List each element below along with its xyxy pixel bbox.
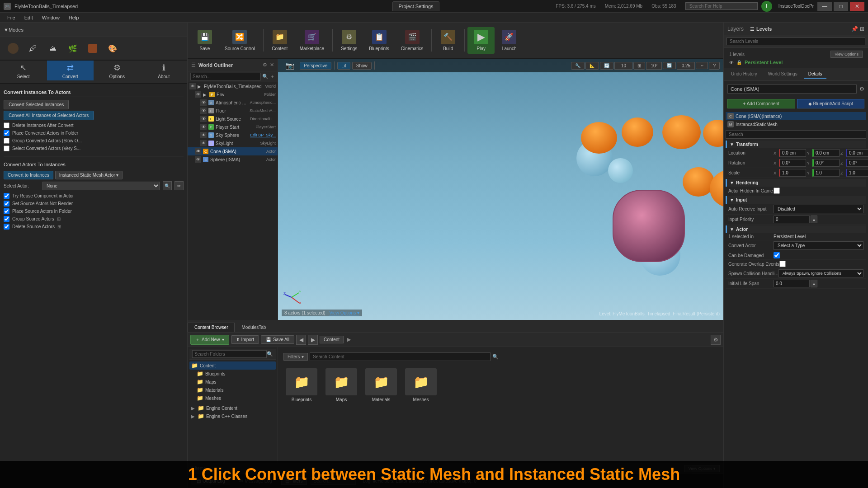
generate-overlap-checkbox[interactable] <box>779 261 786 267</box>
actor-header[interactable]: ▼ Actor <box>726 225 866 233</box>
outliner-search-input[interactable] <box>190 73 261 80</box>
reuse-component-checkbox[interactable] <box>4 193 9 199</box>
content-search-input[interactable] <box>310 352 491 361</box>
source-control-btn[interactable]: 🔀 Source Control <box>219 27 260 54</box>
cb-settings-btn[interactable]: ⚙ <box>711 335 721 345</box>
outliner-close-icon[interactable]: ✕ <box>270 62 274 68</box>
location-z-input[interactable] <box>846 149 868 157</box>
add-component-btn[interactable]: + Add Component <box>727 99 795 108</box>
minimize-button[interactable]: — <box>817 2 832 11</box>
eye-icon[interactable]: 👁 <box>200 108 207 114</box>
eye-icon[interactable]: 👁 <box>200 132 207 138</box>
details-search-input[interactable] <box>726 130 866 139</box>
convert-selected-btn[interactable]: Convert Selected Instances <box>4 100 69 109</box>
actor-settings-icon[interactable]: ⚙ <box>859 86 864 92</box>
close-button[interactable]: ✕ <box>850 2 864 11</box>
nav-forward-btn[interactable]: ▶ <box>308 335 318 345</box>
convert-to-instances-btn[interactable]: Convert to Instances <box>4 171 53 179</box>
undo-history-tab[interactable]: Undo History <box>726 70 762 79</box>
actor-count-label[interactable]: 8 actors (1 selected) View Options ▾ <box>282 310 362 316</box>
outliner-item-selected[interactable]: 👁 C Cone (ISMA) Actor <box>188 147 278 155</box>
actor-name-input[interactable] <box>727 84 857 94</box>
maps-item[interactable]: 📁 Maps <box>323 368 359 402</box>
engine-cpp-folder[interactable]: ▶ 📁 Engine C++ Classes <box>189 412 276 420</box>
menu-window[interactable]: Window <box>38 14 64 21</box>
lit-btn[interactable]: Lit <box>337 62 350 70</box>
outliner-item[interactable]: 👁 F Floor StaticMeshA... <box>188 107 278 115</box>
save-btn[interactable]: 💾 Save <box>191 27 218 54</box>
perspective-btn[interactable]: Perspective <box>300 62 331 70</box>
view-options-btn[interactable]: View Options ▾ <box>329 310 359 315</box>
convert-actor-select[interactable]: Select a Type <box>774 241 863 250</box>
group-actors-checkbox[interactable] <box>4 138 9 144</box>
maps-folder[interactable]: 📁 Maps <box>189 378 276 386</box>
select-actor-dropdown[interactable]: None <box>42 182 160 190</box>
outliner-options-icon[interactable]: ⚙ <box>263 62 267 68</box>
select-actor-edit-btn[interactable]: ✏ <box>175 181 184 190</box>
rendering-header[interactable]: ▼ Rendering <box>726 179 866 187</box>
menu-file[interactable]: File <box>3 14 20 21</box>
launch-btn[interactable]: 🚀 Launch <box>495 27 523 54</box>
materials-folder[interactable]: 📁 Materials <box>189 386 276 394</box>
world-settings-tab[interactable]: World Settings <box>764 70 802 79</box>
vp-rot-btn[interactable]: 🔄 <box>663 62 676 69</box>
blueprints-btn[interactable]: 📋 Blueprints <box>363 27 394 54</box>
viewport-area[interactable]: 📷 Perspective Lit Show 🔧 📐 🔄 ⊞ 🔄 <box>278 59 723 320</box>
input-priority-input[interactable] <box>774 216 810 223</box>
outliner-item[interactable]: 👁 S Sphere (ISMA) Actor <box>188 155 278 164</box>
source-not-render-checkbox[interactable] <box>4 201 9 206</box>
build-btn[interactable]: 🔨 Build <box>434 27 462 54</box>
location-y-input[interactable] <box>812 149 840 157</box>
rotation-z-input[interactable] <box>846 159 868 167</box>
convert-all-instances-btn[interactable]: Convert All Instances of Selected Actors <box>4 111 94 120</box>
outliner-item[interactable]: 👁 L Light Source DirectionalLi... <box>188 115 278 123</box>
input-priority-btn[interactable]: ▴ <box>811 216 817 223</box>
scale-z-input[interactable] <box>846 169 868 177</box>
location-x-input[interactable] <box>779 149 806 157</box>
settings-btn[interactable]: ⚙ Settings <box>335 27 363 54</box>
tool-paint[interactable]: 🖊 <box>24 38 42 58</box>
about-tool-btn[interactable]: ℹ About <box>141 61 188 80</box>
eye-icon[interactable]: 👁 <box>200 124 207 130</box>
add-new-btn[interactable]: ＋ Add New ▾ <box>190 335 229 345</box>
folder-search-input[interactable] <box>192 350 267 358</box>
help-search[interactable] <box>685 2 758 10</box>
tool-sphere-brush[interactable] <box>4 38 23 58</box>
rotation-y-input[interactable] <box>812 159 840 167</box>
delete-source-checkbox[interactable] <box>4 224 9 230</box>
levels-pin-btn[interactable]: 📌 <box>851 26 858 32</box>
show-btn[interactable]: Show <box>352 62 372 70</box>
tool-mesh[interactable] <box>83 38 102 58</box>
grid-size-input[interactable] <box>614 62 632 70</box>
place-source-checkbox[interactable] <box>4 208 9 214</box>
vp-icon1[interactable]: 🔧 <box>571 62 585 70</box>
convert-tool-btn[interactable]: ⇄ Convert <box>47 61 94 80</box>
materials-item[interactable]: 📁 Materials <box>363 368 399 402</box>
engine-content-folder[interactable]: ▶ 📁 Engine Content <box>189 404 276 412</box>
eye-icon[interactable]: 👁 <box>200 116 207 122</box>
marketplace-btn[interactable]: 🛒 Marketplace <box>294 27 330 54</box>
levels-view-options-btn[interactable]: View Options <box>830 51 863 58</box>
import-btn[interactable]: ⬆ Import <box>231 335 259 344</box>
options-tool-btn[interactable]: ⚙ Options <box>94 61 141 80</box>
outliner-item[interactable]: 👁 S SkyLight SkyLight <box>188 139 278 147</box>
eye-icon[interactable]: 👁 <box>195 156 201 163</box>
blueprints-folder[interactable]: 📁 Blueprints <box>189 370 276 378</box>
outliner-item[interactable]: 👁 ▶ F Env Folder <box>188 90 278 99</box>
persistent-level-item[interactable]: 👁 🔒 Persistent Level <box>726 59 866 66</box>
save-all-btn[interactable]: 💾 Save All <box>261 335 294 344</box>
menu-help[interactable]: Help <box>64 14 84 21</box>
outliner-add-icon[interactable]: ＋ <box>270 73 275 80</box>
transform-header[interactable]: ▼ Transform <box>726 141 866 148</box>
vp-icon3[interactable]: 🔄 <box>600 62 613 70</box>
select-actors-checkbox[interactable] <box>4 145 9 151</box>
can-be-damaged-checkbox[interactable] <box>774 252 780 258</box>
instanced-mesh-actor-btn[interactable]: Instanced Static Mesh Actor ▾ <box>55 171 123 179</box>
menu-edit[interactable]: Edit <box>20 14 38 21</box>
project-settings-tab[interactable]: Project Settings <box>392 1 439 11</box>
outliner-item[interactable]: 👁 S Sky Sphere Edit BP_Sky... <box>188 131 278 139</box>
maximize-button[interactable]: □ <box>834 2 848 11</box>
content-folder[interactable]: 📁 Content <box>189 361 276 370</box>
vp-icon2[interactable]: 📐 <box>585 62 599 70</box>
eye-icon[interactable]: 👁 <box>200 99 207 106</box>
